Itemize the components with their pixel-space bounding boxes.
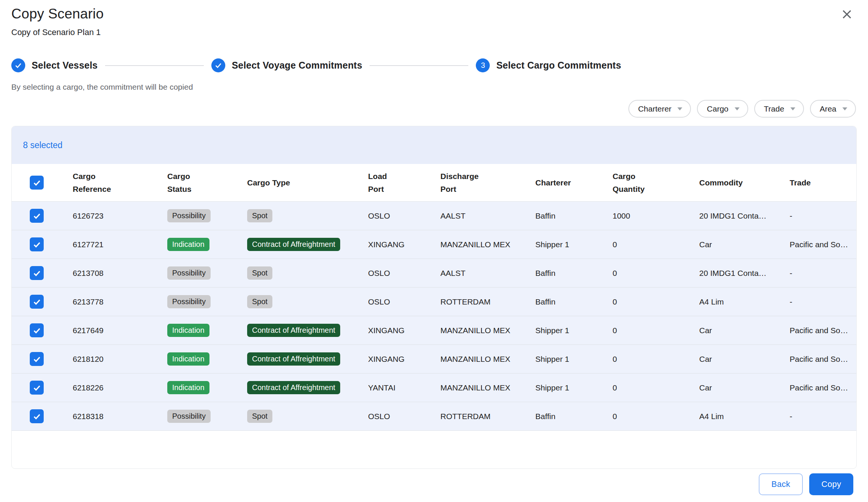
cell-cargo_type: Spot: [247, 202, 368, 230]
row-checkbox[interactable]: [30, 209, 44, 223]
cell-cargo_type: Spot: [247, 402, 368, 430]
step-label: Select Voyage Commitments: [232, 60, 362, 71]
cell-discharge_port: AALST: [440, 202, 535, 230]
row-checkbox[interactable]: [30, 295, 44, 309]
step-select-cargo-commitments[interactable]: 3 Select Cargo Commitments: [476, 58, 621, 72]
cell-cargo_type: Spot: [247, 259, 368, 287]
filter-charterer[interactable]: Charterer: [628, 100, 691, 118]
cell-charterer: Baffin: [535, 259, 613, 287]
cell-discharge_port: AALST: [440, 259, 535, 287]
step-select-vessels[interactable]: Select Vessels: [11, 58, 98, 72]
cell-load_port: XINGANG: [368, 316, 440, 344]
selection-note: By selecting a cargo, the commitment wil…: [11, 83, 857, 92]
row-checkbox[interactable]: [30, 323, 44, 337]
table-row[interactable]: 6217649IndicationContract of Affreightme…: [12, 316, 856, 345]
cell-cargo_quantity: 0: [613, 345, 699, 373]
cargo-type-badge: Contract of Affreightment: [247, 381, 340, 394]
cell-checkbox: [12, 259, 73, 287]
header-commodity: Commodity: [699, 164, 790, 201]
cell-load_port: YANTAI: [368, 373, 440, 402]
cell-charterer: Baffin: [535, 402, 613, 430]
cell-trade: -: [790, 402, 856, 430]
table-row[interactable]: 6218318PossibilitySpotOSLOROTTERDAMBaffi…: [12, 402, 856, 431]
cell-charterer: Baffin: [535, 202, 613, 230]
header-charterer: Charterer: [535, 164, 613, 201]
cell-cargo_status: Indication: [167, 230, 247, 259]
cell-load_port: OSLO: [368, 402, 440, 430]
row-checkbox[interactable]: [30, 409, 44, 423]
table-row[interactable]: 6213708PossibilitySpotOSLOAALSTBaffin020…: [12, 259, 856, 288]
header-checkbox: [12, 164, 73, 201]
filter-trade[interactable]: Trade: [754, 100, 804, 118]
cell-discharge_port: MANZANILLO MEX: [440, 230, 535, 259]
back-button[interactable]: Back: [759, 473, 803, 495]
cell-cargo_type: Contract of Affreightment: [247, 230, 368, 259]
row-checkbox[interactable]: [30, 237, 44, 251]
copy-button[interactable]: Copy: [809, 473, 853, 495]
cell-charterer: Shipper 1: [535, 316, 613, 344]
header-cargo_reference: CargoReference: [73, 164, 167, 201]
header-cargo_type: Cargo Type: [247, 164, 368, 201]
header-cargo_quantity: CargoQuantity: [613, 164, 699, 201]
cell-load_port: OSLO: [368, 202, 440, 230]
cell-cargo_status: Possibility: [167, 202, 247, 230]
step-label: Select Cargo Commitments: [496, 60, 621, 71]
check-icon: [32, 268, 42, 278]
cargo-type-badge: Contract of Affreightment: [247, 324, 340, 337]
cell-cargo_status: Indication: [167, 345, 247, 373]
header-cargo_status: CargoStatus: [167, 164, 247, 201]
close-button[interactable]: [839, 6, 855, 23]
cell-trade: Pacific and So…: [790, 373, 856, 402]
cell-cargo_type: Contract of Affreightment: [247, 373, 368, 402]
filter-cargo[interactable]: Cargo: [697, 100, 748, 118]
row-checkbox[interactable]: [30, 266, 44, 280]
chevron-down-icon: [842, 107, 848, 111]
chevron-down-icon: [790, 107, 796, 111]
cell-commodity: A4 Lim: [699, 288, 790, 316]
cell-trade: -: [790, 288, 856, 316]
cell-checkbox: [12, 345, 73, 373]
row-checkbox[interactable]: [30, 381, 44, 395]
cell-cargo_status: Possibility: [167, 259, 247, 287]
check-icon: [32, 178, 42, 188]
close-icon: [840, 8, 853, 21]
cargo-type-badge: Spot: [247, 295, 272, 308]
cell-cargo_quantity: 0: [613, 288, 699, 316]
row-checkbox[interactable]: [30, 352, 44, 366]
filter-label: Charterer: [638, 104, 672, 113]
cell-cargo_type: Spot: [247, 288, 368, 316]
step-circle-complete: [11, 58, 25, 72]
dialog-subtitle: Copy of Scenario Plan 1: [11, 28, 857, 37]
filter-area[interactable]: Area: [810, 100, 856, 118]
selected-count-banner: 8 selected: [12, 126, 856, 164]
cell-cargo_status: Possibility: [167, 288, 247, 316]
check-icon: [32, 383, 42, 393]
cell-checkbox: [12, 316, 73, 344]
header-trade: Trade: [790, 164, 856, 201]
table-row[interactable]: 6218226IndicationContract of Affreightme…: [12, 373, 856, 402]
cell-cargo_reference: 6126723: [73, 202, 167, 230]
cargo-type-badge: Spot: [247, 209, 272, 222]
table-row[interactable]: 6126723PossibilitySpotOSLOAALSTBaffin100…: [12, 202, 856, 230]
cell-cargo_type: Contract of Affreightment: [247, 316, 368, 344]
table-row[interactable]: 6218120IndicationContract of Affreightme…: [12, 345, 856, 373]
cell-cargo_reference: 6213778: [73, 288, 167, 316]
cargo-status-badge: Indication: [167, 352, 209, 366]
cargo-status-badge: Possibility: [167, 209, 211, 222]
step-circle-complete: [211, 58, 225, 72]
cell-cargo_quantity: 0: [613, 259, 699, 287]
cell-cargo_quantity: 1000: [613, 202, 699, 230]
check-icon: [32, 412, 42, 421]
step-connector: [370, 65, 468, 66]
cell-cargo_status: Indication: [167, 316, 247, 344]
table-row[interactable]: 6213778PossibilitySpotOSLOROTTERDAMBaffi…: [12, 288, 856, 316]
table-row[interactable]: 6127721IndicationContract of Affreightme…: [12, 230, 856, 259]
step-circle-current: 3: [476, 58, 490, 72]
cell-checkbox: [12, 202, 73, 230]
step-select-voyage-commitments[interactable]: Select Voyage Commitments: [211, 58, 362, 72]
cell-charterer: Shipper 1: [535, 345, 613, 373]
cell-commodity: Car: [699, 316, 790, 344]
cell-trade: Pacific and So…: [790, 230, 856, 259]
step-label: Select Vessels: [32, 60, 98, 71]
select-all-checkbox[interactable]: [30, 176, 44, 190]
